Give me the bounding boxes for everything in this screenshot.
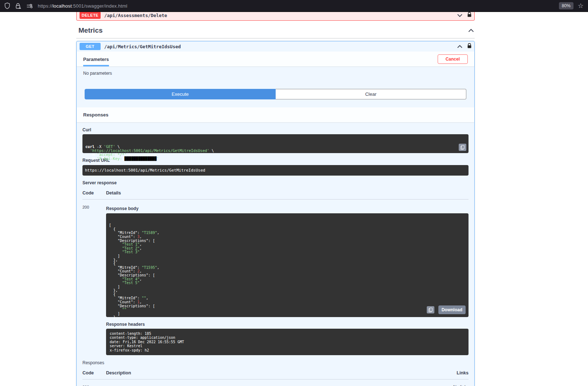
copy-curl-button[interactable] xyxy=(459,144,466,151)
status-code: 200 xyxy=(82,204,106,355)
doc-links: No links xyxy=(453,383,469,386)
section-title: Metrics xyxy=(78,26,103,34)
page-zoom-badge[interactable]: 80% xyxy=(559,2,573,9)
lock-warning-icon[interactable] xyxy=(15,3,21,9)
delete-method-badge: DELETE xyxy=(80,12,101,19)
no-parameters-text: No parameters xyxy=(83,71,468,76)
permissions-icon[interactable] xyxy=(27,4,33,8)
url-scheme: https:// xyxy=(38,3,53,9)
responses-bar-label: Responses xyxy=(83,112,108,118)
bookmark-star-icon[interactable]: ☆ xyxy=(578,3,584,9)
swagger-page: DELETE /api/Assessments/Delete Metrics xyxy=(0,12,588,386)
responses-section-header: Responses xyxy=(77,107,474,122)
clear-button[interactable]: Clear xyxy=(276,89,466,99)
doc-description: Success xyxy=(106,383,125,386)
metrics-section-header: Metrics xyxy=(76,26,475,38)
description-column-header: Description xyxy=(106,370,131,375)
get-endpoint-path: /api/Metrics/GetMitreIdsUsed xyxy=(104,44,181,49)
code-column-header: Code xyxy=(82,370,106,375)
get-endpoint-block: GET /api/Metrics/GetMitreIdsUsed Paramet… xyxy=(76,41,475,386)
server-response-label: Server response xyxy=(82,180,469,185)
responses-content: Curl curl -X 'GET' \ 'https://localhost:… xyxy=(77,122,474,386)
url-path: :5001/swagger/index.html xyxy=(72,3,127,9)
parameters-body: No parameters Execute Clear xyxy=(77,66,474,107)
execute-button[interactable]: Execute xyxy=(85,89,276,99)
chevron-down-icon[interactable] xyxy=(457,12,462,19)
download-button[interactable]: Download xyxy=(438,305,466,314)
response-doc-row: 200 Success No links xyxy=(82,379,469,386)
delete-endpoint-path: /api/Assessments/Delete xyxy=(104,13,167,18)
details-column-header: Details xyxy=(106,190,121,196)
tracking-shield-icon[interactable] xyxy=(4,3,10,9)
auth-lock-icon[interactable] xyxy=(467,43,471,50)
copy-response-button[interactable] xyxy=(427,306,434,313)
browser-toolbar: https://localhost:5001/swagger/index.htm… xyxy=(0,0,588,12)
parameters-section-header: Parameters Cancel xyxy=(77,52,474,66)
responses-doc-label: Responses xyxy=(82,360,469,365)
code-column-header: Code xyxy=(82,190,106,196)
server-response-row: 200 Response body [ { "MitreId": "T1589"… xyxy=(82,200,469,355)
delete-endpoint-row[interactable]: DELETE /api/Assessments/Delete xyxy=(76,12,475,21)
get-endpoint-row[interactable]: GET /api/Metrics/GetMitreIdsUsed xyxy=(77,41,474,52)
url-bar[interactable]: https://localhost:5001/swagger/index.htm… xyxy=(38,3,127,9)
section-collapse-chevron-up-icon[interactable] xyxy=(468,27,474,34)
auth-lock-icon[interactable] xyxy=(467,12,471,19)
cancel-button[interactable]: Cancel xyxy=(438,54,468,64)
response-body-label: Response body xyxy=(106,206,469,211)
get-method-badge: GET xyxy=(80,43,101,50)
execute-wrapper: Execute Clear xyxy=(85,89,466,99)
chevron-up-icon[interactable] xyxy=(457,43,462,50)
doc-status-code: 200 xyxy=(82,383,106,386)
server-response-table: Code Details 200 Response body [ { "Mitr… xyxy=(82,188,469,355)
responses-doc-table: Code Description Links 200 Success No li… xyxy=(82,368,469,386)
curl-label: Curl xyxy=(82,127,469,132)
response-headers-block: content-length: 185content-type: applica… xyxy=(106,329,469,355)
links-column-header: Links xyxy=(457,370,469,375)
response-body-block: [ { "MitreId": "T1589", "Count": 3, "Des… xyxy=(106,213,469,317)
url-host: localhost xyxy=(53,3,72,9)
tab-parameters[interactable]: Parameters xyxy=(83,57,109,66)
delete-endpoint-clip: DELETE /api/Assessments/Delete xyxy=(76,12,475,21)
curl-command-block: curl -X 'GET' \ 'https://localhost:5001/… xyxy=(82,134,469,153)
